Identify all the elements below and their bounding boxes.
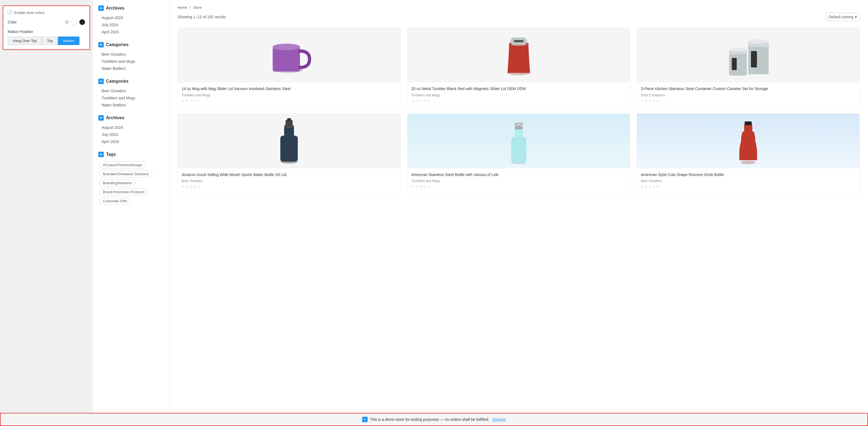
product-stars-6: ★★★★★ — [641, 185, 856, 189]
color-swatch-black[interactable] — [79, 19, 85, 25]
enable-store-notice-label: Enable store notice — [14, 11, 44, 15]
tag-branded-drinkware[interactable]: Branded Drinkware Solutions — [99, 170, 152, 177]
notification-icon: ✏ — [362, 417, 368, 422]
product-title-2: 20 oz Metal Tumbler Blank Red with Magne… — [411, 86, 626, 92]
sidebar-link-july-top[interactable]: July 2024 — [98, 21, 164, 28]
top-button[interactable]: Top — [42, 37, 58, 45]
results-bar: Showing 1–12 of 192 results Default sort… — [178, 13, 860, 21]
categories-label-2: Categories — [106, 79, 129, 84]
breadcrumb-home[interactable]: Home — [178, 5, 187, 9]
tag-corporate-gifts[interactable]: Corporate Gifts — [99, 198, 130, 204]
color-swatch-white[interactable] — [71, 19, 77, 25]
tag-brand-promotion[interactable]: Brand Promotion Products — [99, 189, 148, 195]
sort-chevron-icon: ▾ — [855, 15, 857, 19]
main-content: Home / Store Showing 1–12 of 192 results… — [169, 0, 868, 426]
svg-point-13 — [748, 39, 769, 44]
sidebar-link-tumblers-1[interactable]: Tumblers and Mugs — [98, 58, 164, 65]
sidebar-link-april-top[interactable]: April 2024 — [98, 28, 164, 35]
notice-settings-box: ✓ Enable store notice Color Notice Posit… — [3, 5, 90, 50]
svg-point-17 — [729, 48, 747, 52]
product-title-6: American Style Cola Shape Runners Drink … — [641, 172, 856, 178]
sidebar-link-water-bottlers-1[interactable]: Water Bottlers — [98, 65, 164, 72]
sidebar-link-august-bottom[interactable]: August 2024 — [98, 124, 164, 131]
product-category-1: Tumblers and Mugs — [182, 93, 397, 97]
svg-rect-20 — [280, 136, 298, 162]
sidebar-archives-bottom: ✏ Archives August 2024 July 2024 April 2… — [98, 115, 164, 145]
position-buttons: Hang Over Top Top Bottom — [8, 37, 85, 45]
left-panel: ✓ Enable store notice Color Notice Posit… — [0, 0, 93, 426]
tags-heading: ✏ Tags — [98, 152, 164, 157]
product-stars-5: ★★★★★ — [411, 185, 626, 189]
product-card-5[interactable]: American Stainless Steel Bottle with Var… — [407, 113, 630, 193]
notification-message: This is a demo store for testing purpose… — [370, 417, 489, 422]
svg-rect-14 — [751, 51, 757, 67]
archives-label-bottom: Archives — [106, 116, 125, 120]
tags-label: Tags — [106, 152, 116, 157]
product-stars-1: ★★★★★ — [182, 99, 397, 103]
sidebar-link-april-bottom[interactable]: April 2024 — [98, 138, 164, 145]
product-card-1[interactable]: 14 oz Mug with Mag Slider Lid Vacuum Ins… — [178, 28, 401, 107]
product-image-1 — [178, 28, 400, 83]
categories-icon-2: ✏ — [98, 78, 104, 84]
svg-rect-24 — [287, 118, 291, 121]
product-image-5 — [407, 114, 630, 168]
notice-position-label: Notice Position — [8, 30, 85, 34]
product-info-1: 14 oz Mug with Mag Slider Lid Vacuum Ins… — [178, 83, 400, 107]
sidebar-archives-top: ✏ Archives August 2024 July 2024 April 2… — [98, 5, 164, 35]
sort-select[interactable]: Default sorting ▾ — [826, 13, 860, 21]
product-svg-bottle-red — [637, 114, 860, 168]
product-category-6: Beer Growlers — [641, 179, 856, 183]
color-row: Color — [8, 19, 85, 25]
svg-rect-10 — [514, 40, 524, 42]
product-card-4[interactable]: Amazon Good Selling Wide Mouth Sports Wa… — [178, 113, 401, 193]
svg-point-28 — [515, 123, 523, 125]
archives-icon-top: ✏ — [98, 5, 104, 11]
archives-heading-bottom: ✏ Archives — [98, 115, 164, 121]
product-svg-tumbler — [407, 28, 630, 83]
sidebar-categories-1: ✏ Categories Beer Growlers Tumblers and … — [98, 42, 164, 72]
sidebar-link-water-bottlers-2[interactable]: Water Bottlers — [98, 101, 164, 109]
product-info-6: American Style Cola Shape Runners Drink … — [637, 168, 860, 193]
archives-label-top: Archives — [106, 6, 125, 11]
breadcrumb-store: Store — [193, 5, 202, 9]
product-svg-bottle-dark — [178, 114, 400, 168]
product-stars-2: ★★★★★ — [411, 99, 626, 103]
svg-point-5 — [273, 44, 300, 50]
sidebar-link-tumblers-2[interactable]: Tumblers and Mugs — [98, 94, 164, 101]
tag-branding-solutions[interactable]: BrandingSolutions — [99, 179, 135, 186]
sidebar-tags: ✏ Tags #CustomThermosDesign Branded Drin… — [98, 152, 164, 205]
product-card-2[interactable]: 20 oz Metal Tumbler Blank Red with Magne… — [407, 28, 630, 107]
archives-heading-top: ✏ Archives — [98, 5, 164, 11]
sort-label: Default sorting — [829, 15, 853, 19]
sidebar-link-july-bottom[interactable]: July 2024 — [98, 131, 164, 138]
product-category-5: Tumblers and Mugs — [411, 179, 626, 183]
hang-over-top-button[interactable]: Hang Over Top — [8, 37, 42, 45]
categories-icon-1: ✏ — [98, 42, 104, 47]
notification-bar: ✏ This is a demo store for testing purpo… — [0, 413, 868, 426]
product-title-3: 3-Piece Kitchen Stainless Steel Containe… — [641, 86, 856, 92]
color-radio[interactable] — [65, 20, 69, 24]
categories-label-1: Categories — [106, 42, 129, 47]
product-svg-mug — [178, 28, 400, 83]
product-category-2: Tumblers and Mugs — [411, 93, 626, 97]
dismiss-button[interactable]: Dismiss — [492, 417, 506, 422]
sidebar-link-beer-growlers-2[interactable]: Beer Growlers — [98, 87, 164, 94]
color-options — [65, 19, 85, 25]
product-category-4: Beer Growlers — [182, 179, 397, 183]
middle-sidebar: ✏ Archives August 2024 July 2024 April 2… — [93, 0, 169, 426]
bottom-button[interactable]: Bottom — [58, 37, 80, 45]
product-info-3: 3-Piece Kitchen Stainless Steel Containe… — [637, 83, 860, 107]
product-title-4: Amazon Good Selling Wide Mouth Sports Wa… — [182, 172, 397, 178]
svg-rect-3 — [273, 47, 300, 71]
tags-container: #CustomThermosDesign Branded Drinkware S… — [98, 161, 164, 205]
enable-store-notice-checkbox[interactable]: ✓ — [8, 10, 12, 15]
sidebar-link-beer-growlers-1[interactable]: Beer Growlers — [98, 51, 164, 58]
sidebar-link-august-top[interactable]: August 2024 — [98, 14, 164, 21]
product-card-3[interactable]: 3-Piece Kitchen Stainless Steel Containe… — [637, 28, 860, 107]
product-card-6[interactable]: American Style Cola Shape Runners Drink … — [637, 113, 860, 193]
product-title-1: 14 oz Mug with Mag Slider Lid Vacuum Ins… — [182, 86, 397, 92]
tag-custom-thermos[interactable]: #CustomThermosDesign — [99, 162, 146, 168]
svg-point-30 — [741, 161, 756, 164]
product-image-4 — [178, 114, 400, 168]
product-image-6 — [637, 114, 860, 168]
